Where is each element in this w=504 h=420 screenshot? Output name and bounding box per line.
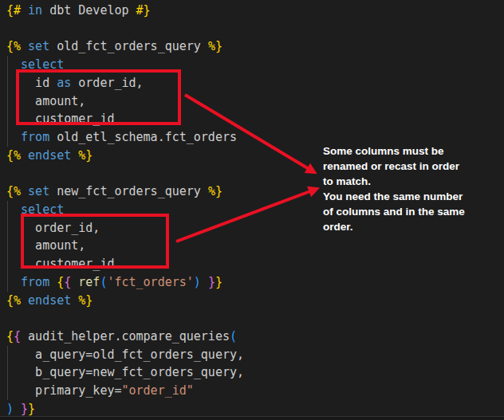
code-token: a_query=old_fct_orders_query,: [6, 347, 244, 362]
code-line[interactable]: id as order_id,: [6, 74, 504, 92]
code-token: [21, 184, 28, 198]
code-line[interactable]: [6, 309, 504, 328]
indent-guide: [7, 56, 8, 147]
code-token: order_id,: [6, 221, 100, 235]
code-token: [21, 3, 28, 18]
code-token: endset: [28, 148, 71, 163]
code-token: ): [6, 402, 14, 416]
code-token: %}: [78, 293, 93, 308]
code-line[interactable]: from {{ ref('fct_orders') }}: [6, 273, 504, 292]
code-line[interactable]: amount,: [6, 237, 504, 255]
code-token: old_etl_schema.fct_orders: [49, 130, 237, 144]
code-token: id: [6, 76, 57, 90]
code-token: {: [57, 275, 64, 289]
code-line[interactable]: b_query=new_fct_orders_query,: [6, 363, 504, 382]
code-token: new_fct_orders_query: [49, 184, 208, 198]
code-token: set: [28, 39, 49, 53]
code-token: customer_id: [6, 112, 114, 126]
code-token: select: [21, 202, 64, 217]
code-token: {: [6, 329, 14, 343]
code-token: {%: [6, 39, 21, 53]
code-token: }: [21, 402, 28, 416]
code-token: }: [208, 275, 215, 289]
code-line[interactable]: customer_id: [6, 255, 504, 273]
code-line[interactable]: {# in dbt Develop #}: [6, 2, 504, 20]
indent-guide: [7, 346, 8, 400]
code-token: audit_helper.compare_queries: [21, 329, 230, 343]
code-token: [6, 130, 21, 144]
code-token: old_fct_orders_query: [49, 39, 208, 53]
code-token: amount,: [6, 238, 85, 253]
code-token: [201, 275, 208, 289]
code-token: [6, 57, 21, 72]
code-token: #}: [136, 3, 151, 18]
code-token: %}: [208, 184, 222, 198]
code-token: [71, 148, 78, 163]
code-line[interactable]: amount,: [6, 92, 504, 111]
code-token: amount,: [6, 94, 85, 108]
code-token: as: [57, 76, 71, 90]
code-line[interactable]: [6, 20, 504, 38]
code-token: customer_id: [6, 257, 114, 271]
code-token: from: [21, 275, 49, 289]
code-token: ref: [78, 275, 100, 289]
code-token: %}: [78, 148, 93, 163]
code-token: }: [215, 275, 222, 289]
code-line[interactable]: {% set old_fct_orders_query %}: [6, 37, 504, 56]
code-line[interactable]: customer_id: [6, 110, 504, 128]
code-token: [71, 293, 78, 308]
annotation-note: Some columns must be renamed or recast i…: [323, 143, 482, 234]
code-token: b_query=new_fct_orders_query,: [6, 365, 244, 379]
code-line[interactable]: {{ audit_helper.compare_queries(: [6, 328, 504, 346]
code-token: {%: [6, 148, 21, 163]
code-line[interactable]: a_query=old_fct_orders_query,: [6, 346, 504, 364]
code-token: {: [64, 275, 71, 289]
code-token: primary_key=: [6, 383, 122, 398]
code-token: %}: [208, 39, 222, 53]
code-token: from: [21, 130, 49, 144]
code-token: endset: [28, 293, 71, 308]
code-token: [49, 275, 57, 289]
code-token: dbt Develop: [42, 3, 136, 18]
code-token: [21, 39, 28, 53]
indent-guide: [7, 201, 8, 292]
code-token: ): [194, 275, 201, 289]
code-line[interactable]: {% endset %}: [6, 292, 504, 310]
code-token: [6, 275, 21, 289]
code-token: order_id,: [71, 76, 143, 90]
code-line[interactable]: primary_key="order_id": [6, 382, 504, 400]
code-token: {#: [6, 3, 21, 18]
code-token: [6, 202, 21, 217]
window-bottom-edge: [0, 416, 504, 420]
code-token: }: [28, 402, 35, 416]
code-token: [71, 275, 78, 289]
code-line[interactable]: select: [6, 56, 504, 74]
code-token: set: [28, 184, 49, 198]
code-token: in: [28, 3, 42, 18]
code-token: [21, 148, 28, 163]
code-token: (: [230, 329, 237, 343]
code-token: [14, 402, 21, 416]
code-token: {%: [6, 184, 21, 198]
code-token: {: [14, 329, 21, 343]
code-token: select: [21, 57, 64, 72]
code-token: [21, 293, 28, 308]
code-token: "order_id": [122, 383, 194, 398]
code-token: 'fct_orders': [107, 275, 193, 289]
code-token: {%: [6, 293, 21, 308]
